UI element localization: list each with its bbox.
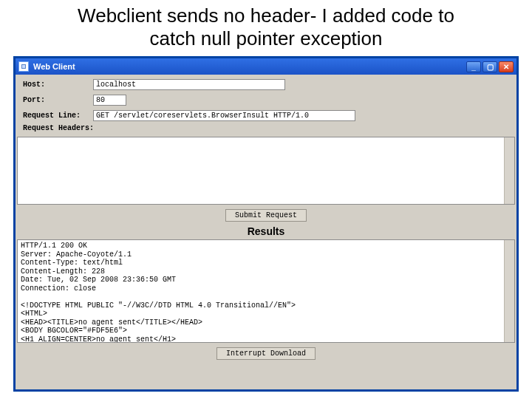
maximize-button[interactable]: ▢ <box>482 61 497 72</box>
window-title: Web Client <box>33 62 75 71</box>
submit-request-button[interactable]: Submit Request <box>225 209 307 222</box>
scrollbar[interactable] <box>504 240 514 342</box>
slide-title: Webclient sends no header- I added code … <box>0 0 532 53</box>
port-input[interactable] <box>93 95 126 106</box>
host-label: Host: <box>23 81 93 89</box>
titlebar: Web Client _ ▢ ✕ <box>16 58 516 75</box>
request-line-label: Request Line: <box>23 112 93 120</box>
minimize-button[interactable]: _ <box>466 61 481 72</box>
port-label: Port: <box>23 96 93 104</box>
app-icon <box>18 61 29 72</box>
request-headers-textarea[interactable] <box>17 137 515 205</box>
request-form: Host: Port: Request Line: Request Header… <box>16 75 516 135</box>
results-textarea[interactable]: HTTP/1.1 200 OK Server: Apache-Coyote/1.… <box>17 239 515 343</box>
request-line-input[interactable] <box>93 110 355 121</box>
close-button[interactable]: ✕ <box>499 61 514 72</box>
request-headers-label: Request Headers: <box>23 124 94 132</box>
host-input[interactable] <box>93 79 285 90</box>
results-heading: Results <box>16 224 516 239</box>
slide-title-line2: catch null pointer exception <box>149 27 382 50</box>
results-body: HTTP/1.1 200 OK Server: Apache-Coyote/1.… <box>21 242 296 343</box>
slide-title-line1: Webclient sends no header- I added code … <box>78 4 454 27</box>
scrollbar[interactable] <box>504 137 514 204</box>
interrupt-download-button[interactable]: Interrupt Download <box>216 347 316 360</box>
app-window: Web Client _ ▢ ✕ Host: Port: Request Lin… <box>13 56 519 392</box>
